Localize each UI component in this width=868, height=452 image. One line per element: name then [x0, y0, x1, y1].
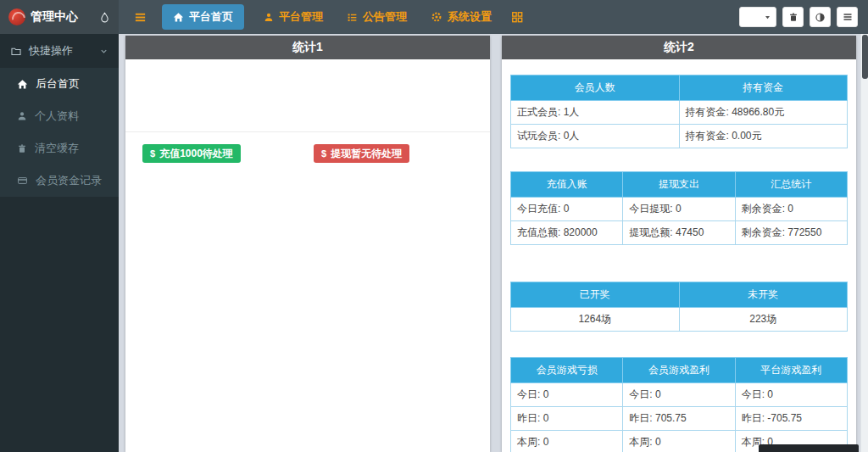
adjust-icon	[815, 12, 826, 23]
divider	[125, 131, 490, 132]
trash-icon	[17, 143, 27, 154]
members-funds-table: 会员人数持有资金正式会员: 1人持有资金: 48966.80元试玩会员: 0人持…	[510, 75, 848, 148]
sidebar-menu: 后台首页 个人资料 清空缓存 会员资金记录	[0, 68, 119, 197]
nav-tab-label: 公告管理	[363, 9, 407, 25]
sidebar-item-profile[interactable]: 个人资料	[0, 100, 119, 132]
sidebar-item-label: 清空缓存	[35, 141, 79, 156]
swirl-logo-icon	[8, 8, 25, 25]
topbar-right-controls	[739, 7, 868, 27]
panel-2-body: 会员人数持有资金正式会员: 1人持有资金: 48966.80元试玩会员: 0人持…	[502, 59, 856, 452]
table-cell: 昨日: -705.75	[735, 407, 847, 431]
table-header-cell: 已开奖	[511, 282, 680, 308]
nav-tab-announcement-manage[interactable]: 公告管理	[336, 9, 418, 25]
bottom-overlay-bar	[759, 444, 859, 452]
table-cell: 本周: 0	[511, 431, 623, 452]
top-nav: 平台首页 平台管理 公告管理 系统设置	[119, 0, 530, 34]
trash-icon	[788, 12, 798, 23]
sidebar-item-label: 个人资料	[35, 109, 79, 124]
table-cell: 持有资金: 0.00元	[679, 125, 848, 148]
user-icon	[17, 111, 27, 121]
table-cell: 1264场	[511, 308, 680, 332]
withdraw-pending-label: 提现暂无待处理	[331, 147, 402, 161]
sidebar-item-label: 后台首页	[36, 76, 80, 92]
table-cell: 223场	[679, 308, 848, 332]
topbar-dropdown-select[interactable]	[739, 7, 776, 27]
nav-tab-label: 系统设置	[448, 9, 492, 25]
nav-tab-system-settings[interactable]: 系统设置	[420, 9, 503, 25]
grid-icon[interactable]	[504, 11, 530, 23]
table-cell: 今日充值: 0	[511, 198, 623, 221]
table-cell: 提现总额: 47450	[623, 221, 735, 245]
table-row: 试玩会员: 0人持有资金: 0.00元	[511, 125, 848, 148]
nav-tab-platform-home[interactable]: 平台首页	[162, 4, 244, 30]
table-cell: 今日: 0	[623, 383, 735, 407]
table-cell: 今日提现: 0	[623, 198, 735, 221]
table-row: 1264场223场	[511, 308, 848, 332]
table-header-cell: 汇总统计	[735, 172, 847, 198]
stats-panel-1: 统计1 $ 充值1000待处理 $ 提现暂无待处理	[125, 36, 490, 452]
bars-icon	[843, 12, 853, 22]
table-cell: 试玩会员: 0人	[511, 125, 680, 148]
recharge-withdraw-summary-table: 充值入账提现支出汇总统计今日充值: 0今日提现: 0剩余资金: 0充值总额: 8…	[510, 171, 848, 245]
theme-adjust-button[interactable]	[810, 7, 831, 27]
table-cell: 剩余资金: 0	[735, 198, 847, 221]
brand-area[interactable]: 管理中心	[0, 0, 119, 34]
dollar-icon: $	[150, 148, 155, 159]
scrollbar-thumb[interactable]	[862, 35, 868, 79]
recharge-pending-button[interactable]: $ 充值1000待处理	[142, 144, 241, 163]
list-icon	[347, 12, 358, 23]
dollar-icon: $	[321, 148, 326, 159]
home-icon	[173, 12, 184, 23]
panel-1-title: 统计1	[125, 36, 490, 59]
sidebar-item-label: 会员资金记录	[36, 173, 102, 188]
table-row: 昨日: 0昨日: 705.75昨日: -705.75	[511, 407, 848, 431]
nav-tab-label: 平台首页	[189, 9, 233, 25]
sidebar-section-quick-actions[interactable]: 快捷操作	[0, 34, 119, 68]
table-header-cell: 会员人数	[511, 75, 680, 101]
sidebar-item-member-fund-records[interactable]: 会员资金记录	[0, 165, 119, 197]
table-cell: 剩余资金: 772550	[735, 221, 847, 245]
recharge-pending-label: 充值1000待处理	[159, 147, 233, 161]
user-icon	[264, 12, 274, 23]
caret-down-icon	[764, 14, 771, 21]
sidebar-item-backend-home[interactable]: 后台首页	[0, 68, 119, 100]
clear-trash-button[interactable]	[782, 7, 804, 27]
stats-panel-2: 统计2 会员人数持有资金正式会员: 1人持有资金: 48966.80元试玩会员:…	[502, 36, 856, 452]
sidebar-item-clear-cache[interactable]: 清空缓存	[0, 132, 119, 165]
gear-icon	[431, 11, 442, 23]
table-header-cell: 提现支出	[623, 172, 735, 198]
topbar-menu-button[interactable]	[837, 7, 858, 27]
nav-tab-label: 平台管理	[279, 9, 323, 25]
nav-tab-platform-manage[interactable]: 平台管理	[253, 9, 334, 25]
draws-table: 已开奖未开奖1264场223场	[510, 282, 848, 332]
topbar: 管理中心 平台首页 平台管理 公告管理	[0, 0, 868, 34]
sidebar-toggle-menu-icon[interactable]	[127, 11, 153, 24]
table-row: 今日: 0今日: 0今日: 0	[511, 383, 848, 407]
table-header-cell: 会员游戏盈利	[623, 358, 735, 383]
table-cell: 正式会员: 1人	[511, 101, 680, 125]
table-header-cell: 充值入账	[511, 172, 623, 198]
table-row: 今日充值: 0今日提现: 0剩余资金: 0	[511, 198, 848, 221]
brand-title: 管理中心	[31, 9, 78, 25]
droplet-icon	[99, 11, 110, 24]
table-cell: 昨日: 0	[511, 407, 623, 431]
vertical-scrollbar[interactable]	[860, 34, 868, 452]
table-cell: 持有资金: 48966.80元	[679, 101, 848, 125]
table-header-cell: 会员游戏亏损	[511, 358, 623, 383]
profit-loss-table: 会员游戏亏损会员游戏盈利平台游戏盈利今日: 0今日: 0今日: 0昨日: 0昨日…	[510, 357, 848, 452]
pending-actions-row: $ 充值1000待处理 $ 提现暂无待处理	[125, 144, 490, 166]
table-cell: 充值总额: 820000	[511, 221, 623, 245]
table-header-cell: 平台游戏盈利	[735, 358, 847, 383]
sidebar: 快捷操作 后台首页 个人资料 清空缓存 会员资金记录	[0, 34, 119, 452]
sidebar-section-label: 快捷操作	[29, 43, 73, 59]
credit-card-icon	[17, 176, 28, 186]
table-cell: 今日: 0	[511, 383, 623, 407]
home-icon	[17, 79, 28, 90]
table-cell: 今日: 0	[735, 383, 847, 407]
table-row: 充值总额: 820000提现总额: 47450剩余资金: 772550	[511, 221, 848, 245]
chevron-down-icon	[99, 47, 108, 56]
table-row: 正式会员: 1人持有资金: 48966.80元	[511, 101, 848, 125]
folder-icon	[10, 46, 22, 57]
withdraw-pending-button[interactable]: $ 提现暂无待处理	[314, 144, 409, 163]
table-cell: 本周: 0	[623, 431, 735, 452]
